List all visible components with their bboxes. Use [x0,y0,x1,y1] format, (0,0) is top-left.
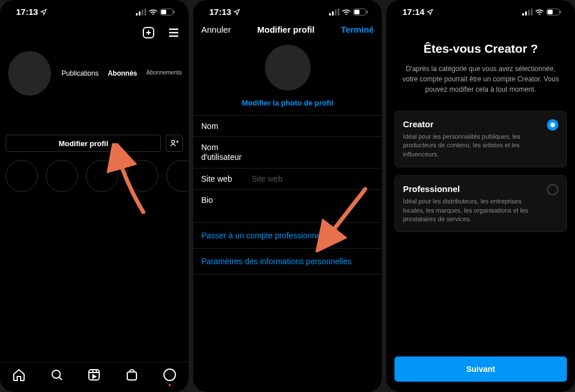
cancel-button[interactable]: Annuler [201,25,231,34]
svg-rect-19 [367,10,368,13]
website-label: Site web [201,174,252,183]
stat-abonnements[interactable]: Abonnements [146,69,182,77]
profile-screen: 17:13 Publications Abonnés Abonnements M… [0,0,189,392]
cell-signal-icon [522,9,533,15]
create-post-icon[interactable] [142,26,155,42]
next-button[interactable]: Suivant [394,356,567,382]
story-highlight[interactable] [126,160,158,192]
svg-rect-11 [127,372,136,380]
username-input[interactable] [252,148,374,157]
svg-point-12 [164,369,175,381]
done-button[interactable]: Terminé [341,25,374,34]
personal-info-link[interactable]: Paramètres des informations personnelles [193,249,382,275]
bio-label: Bio [201,195,252,205]
svg-rect-1 [139,11,140,15]
edit-profile-button[interactable]: Modifier profil [6,135,161,152]
wifi-icon [342,9,351,15]
story-highlights [0,152,189,200]
username-field-row[interactable]: Nom d'utilisateur [193,137,382,168]
svg-rect-2 [142,10,143,15]
page-title: Modifier profil [257,25,315,34]
location-icon [40,9,47,15]
svg-rect-23 [531,9,533,15]
svg-rect-25 [547,10,553,14]
website-field-row[interactable]: Site web [193,168,382,190]
stat-abonnes[interactable]: Abonnés [108,69,137,77]
status-bar: 17:13 [193,0,382,21]
bottom-nav [0,362,189,392]
svg-rect-21 [525,11,527,15]
svg-rect-22 [528,10,530,15]
svg-rect-20 [522,13,524,15]
home-icon[interactable] [12,368,26,384]
status-time: 17:14 [402,7,424,17]
story-highlight[interactable] [166,160,189,192]
svg-rect-15 [335,10,337,15]
story-highlight[interactable] [46,160,78,192]
svg-rect-13 [329,13,331,15]
story-highlight[interactable] [6,160,38,192]
question-title: Êtes-vous Creator ? [399,42,562,56]
svg-rect-16 [338,9,339,15]
question-subtitle: D'après la catégorie que vous avez sélec… [399,64,562,95]
svg-point-9 [52,370,60,378]
svg-rect-3 [144,9,146,15]
edit-profile-screen: 17:13 Annuler Modifier profil Terminé Mo… [193,0,382,392]
option-title: Creator [403,119,537,129]
change-photo-link[interactable]: Modifier la photo de profil [242,99,334,107]
status-bar: 17:13 [0,0,189,21]
svg-point-8 [171,140,174,143]
name-input[interactable] [252,121,374,131]
svg-rect-5 [161,10,166,14]
location-icon [233,9,240,15]
avatar[interactable] [8,51,51,96]
svg-rect-6 [174,10,175,13]
story-highlight[interactable] [86,160,118,192]
reels-icon[interactable] [87,368,101,384]
shop-icon[interactable] [125,368,139,384]
svg-rect-10 [89,370,99,380]
radio-selected-icon [547,119,558,131]
cell-signal-icon [136,9,146,15]
profile-tab-icon[interactable] [163,368,177,384]
option-description: Idéal pour les personnalités publiques, … [403,132,537,159]
bio-field-row[interactable]: Bio [193,190,382,223]
status-time: 17:13 [209,7,231,17]
option-creator[interactable]: Creator Idéal pour les personnalités pub… [394,111,567,167]
status-bar: 17:14 [386,0,575,21]
website-input[interactable] [252,174,374,183]
name-field-row[interactable]: Nom [193,115,382,137]
battery-icon [353,9,368,15]
hamburger-menu-icon[interactable] [167,26,181,42]
name-label: Nom [201,121,252,131]
switch-professional-link[interactable]: Passer à un compte professionnel [193,223,382,249]
battery-icon [160,9,175,15]
option-title: Professionnel [403,184,537,194]
username-label: Nom d'utilisateur [201,143,252,162]
cell-signal-icon [329,9,339,15]
discover-people-button[interactable] [166,135,183,152]
option-description: Idéal pour les distributeurs, les entrep… [403,197,537,224]
svg-rect-0 [136,13,138,15]
creator-choice-screen: 17:14 Êtes-vous Creator ? D'après la cat… [386,0,575,392]
svg-rect-14 [332,11,334,15]
location-icon [427,9,433,15]
svg-rect-18 [354,10,359,14]
battery-icon [546,9,561,15]
status-time: 17:13 [16,7,38,17]
radio-unselected-icon [547,184,558,195]
option-professional[interactable]: Professionnel Idéal pour les distributeu… [394,175,567,232]
svg-rect-26 [560,10,561,13]
stat-publications[interactable]: Publications [61,69,99,77]
bio-input[interactable] [252,195,374,205]
search-icon[interactable] [50,368,64,384]
avatar[interactable] [265,45,311,91]
wifi-icon [148,9,158,15]
wifi-icon [535,9,544,15]
